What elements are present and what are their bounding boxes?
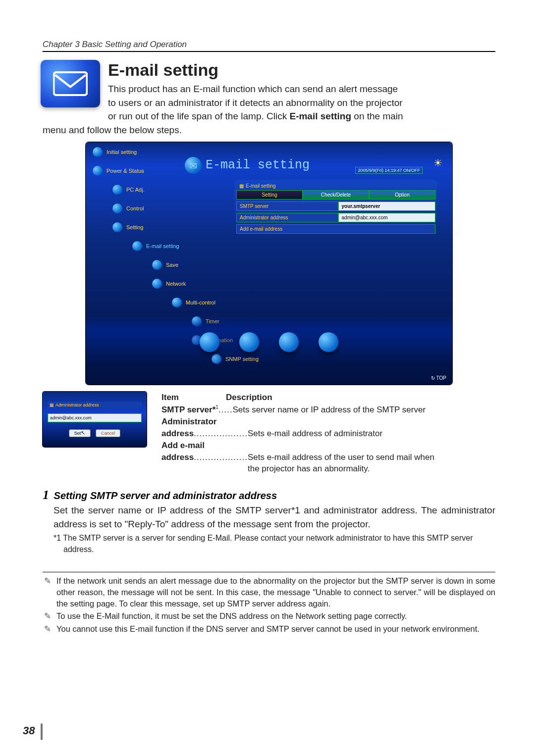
step-heading: 1 Setting SMTP server and administrator … xyxy=(43,488,495,503)
smtp-server-input[interactable]: your.smtpserver xyxy=(338,202,435,211)
note-item: ✎ You cannot use this E-mail function if… xyxy=(43,623,495,635)
tab-option[interactable]: Option xyxy=(369,190,435,200)
table-row: address ................... Sets e-mail … xyxy=(161,452,495,463)
add-email-button[interactable]: Add e-mail address xyxy=(236,224,435,234)
divider xyxy=(43,572,495,572)
table-row: address ................... Sets e-mail … xyxy=(161,428,495,440)
settings-description-table: Item Description SMTP server*1 ..... Set… xyxy=(161,392,495,475)
nav-network[interactable]: Network xyxy=(152,279,259,289)
wrench-icon xyxy=(112,222,122,232)
note-item: ✎ To use the E-Mail function, it must be… xyxy=(43,610,495,622)
power-icon xyxy=(93,166,103,176)
admin-address-field[interactable]: admin@abc.xxx.com xyxy=(48,413,142,422)
intro-paragraph: This product has an E-mail function whic… xyxy=(43,82,495,137)
smtp-server-label: SMTP server xyxy=(236,202,338,211)
step-body: Set the server name or IP address of the… xyxy=(54,504,495,531)
panel-title: ▦E-mail setting xyxy=(236,182,435,190)
nav-multi-control[interactable]: Multi-control xyxy=(172,298,259,307)
pencil-icon: ✎ xyxy=(43,575,53,609)
screen-title: ✉ E-mail setting xyxy=(185,157,310,174)
multi-icon xyxy=(172,298,182,307)
top-link[interactable]: ↻ TOP xyxy=(431,375,446,381)
pencil-icon: ✎ xyxy=(43,610,53,622)
note-item: ✎ If the network unit sends an alert mes… xyxy=(43,575,495,609)
footnote: *1 The SMTP server is a server for sendi… xyxy=(54,533,495,555)
pencil-icon: ✎ xyxy=(43,623,53,635)
envelope-icon: ✉ xyxy=(185,157,202,174)
dialog-title: ▦Administrator address xyxy=(48,402,142,408)
dock-icon[interactable] xyxy=(200,332,219,352)
network-icon xyxy=(152,279,162,289)
email-icon xyxy=(41,60,100,107)
dock-icon[interactable] xyxy=(319,332,338,352)
email-setting-panel: ▦E-mail setting Setting Check/Delete Opt… xyxy=(234,180,437,238)
table-row: address ................... the projecto… xyxy=(161,463,495,475)
nav-email-setting[interactable]: E-mail setting xyxy=(132,241,259,251)
tab-setting[interactable]: Setting xyxy=(236,190,303,200)
nav-save[interactable]: Save xyxy=(152,260,259,270)
tab-check-delete[interactable]: Check/Delete xyxy=(303,190,369,200)
col-item: Item xyxy=(161,392,226,403)
app-screenshot: Initial setting Power & Status PC Adj. C… xyxy=(86,142,452,385)
admin-address-input[interactable]: admin@abc.xxx.com xyxy=(338,213,435,222)
step-number: 1 xyxy=(43,488,49,503)
monitor-icon xyxy=(112,185,122,195)
nav-initial-setting[interactable]: Initial setting xyxy=(93,147,259,157)
cancel-button[interactable]: Cancel xyxy=(96,429,120,437)
page-number: 38 xyxy=(23,724,35,737)
grid-icon: ▦ xyxy=(50,403,54,407)
grid-icon: ▦ xyxy=(239,183,244,189)
admin-address-dialog: ▦Administrator address admin@abc.xxx.com… xyxy=(43,392,147,447)
status-bar: 2005/9/9(Fri) 14:19:47 ON/OFF xyxy=(355,167,423,174)
chapter-header: Chapter 3 Basic Setting and Operation xyxy=(43,40,495,52)
gear-icon xyxy=(93,147,103,157)
svg-rect-0 xyxy=(54,72,87,95)
control-icon xyxy=(112,203,122,213)
col-description: Description xyxy=(226,392,272,403)
table-row: Add e-mail xyxy=(161,440,495,452)
dock-icon[interactable] xyxy=(279,332,299,352)
save-icon xyxy=(152,260,162,270)
set-button[interactable]: Set↖ xyxy=(69,429,91,437)
admin-address-label: Administrator address xyxy=(236,213,338,222)
cursor-icon: ↖ xyxy=(81,430,85,436)
dock-icon[interactable] xyxy=(239,332,259,352)
table-row: SMTP server*1 ..... Sets server name or … xyxy=(161,404,495,416)
table-row: Administrator xyxy=(161,416,495,428)
envelope-icon xyxy=(132,241,142,251)
page-title: E-mail setting xyxy=(108,60,495,82)
sun-icon: ☀ xyxy=(433,157,442,169)
dock xyxy=(86,315,452,365)
